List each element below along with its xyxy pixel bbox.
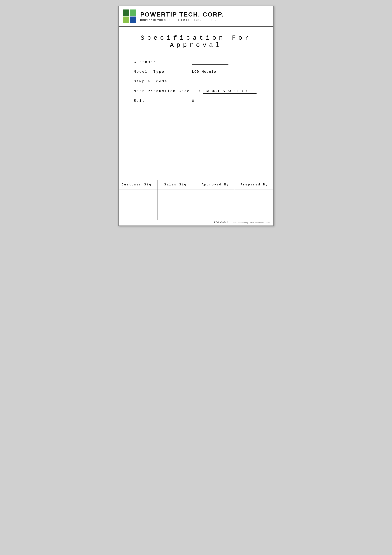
- logo-cell-2: [130, 9, 136, 16]
- mass-production-label: Mass Production Code: [134, 89, 198, 93]
- sales-sign-body: [158, 190, 196, 220]
- edit-label: Edit: [134, 99, 187, 103]
- model-type-label: Model Type: [134, 70, 187, 74]
- header: POWERTIP TECH. CORP. DISPLAY DEVICES FOR…: [119, 6, 273, 27]
- prepared-by-cell: Prepared By: [235, 180, 274, 220]
- footer-code: PT-R-003-2: [214, 221, 228, 224]
- sample-code-value: [192, 80, 246, 84]
- customer-sign-body: [119, 190, 157, 220]
- edit-value: 0: [192, 99, 203, 103]
- customer-label: Customer: [134, 60, 187, 64]
- sales-sign-header: Sales Sign: [158, 180, 196, 190]
- approved-by-header: Approved By: [196, 180, 235, 190]
- model-type-value: LCD Module: [192, 70, 230, 74]
- header-text: POWERTIP TECH. CORP. DISPLAY DEVICES FOR…: [140, 11, 224, 22]
- footer: PT-R-003-2 Free Datasheet http://www.dat…: [119, 220, 273, 226]
- customer-colon: :: [187, 60, 189, 64]
- sample-code-colon: :: [187, 80, 189, 83]
- company-tagline: DISPLAY DEVICES FOR BETTER ELECTRONIC DE…: [140, 19, 224, 22]
- customer-sign-cell: Customer Sign: [119, 180, 158, 220]
- sales-sign-cell: Sales Sign: [158, 180, 196, 220]
- edit-colon: :: [187, 99, 189, 103]
- customer-field-row: Customer :: [134, 60, 262, 65]
- company-name: POWERTIP TECH. CORP.: [140, 11, 224, 18]
- edit-field-row: Edit : 0: [134, 99, 262, 103]
- model-type-field-row: Model Type : LCD Module: [134, 70, 262, 74]
- approved-by-body: [196, 190, 235, 220]
- customer-sign-header: Customer Sign: [119, 180, 157, 190]
- sample-code-field-row: Sample Code :: [134, 80, 262, 84]
- prepared-by-header: Prepared By: [235, 180, 274, 190]
- prepared-by-body: [235, 190, 274, 220]
- signature-section: Customer Sign Sales Sign Approved By Pre…: [119, 180, 273, 220]
- logo-cell-3: [123, 16, 129, 23]
- mass-production-field-row: Mass Production Code : PC0802LRS-ASO-B-S…: [134, 89, 262, 94]
- main-content: Specification For Approval Customer : Mo…: [119, 27, 273, 180]
- fields-container: Customer : Model Type : LCD Module Sampl…: [130, 60, 262, 109]
- logo-cell-4: [130, 16, 136, 23]
- company-logo: [123, 9, 136, 23]
- logo-cell-1: [123, 9, 129, 16]
- footer-url: Free Datasheet http://www.datasheetdu.co…: [232, 222, 270, 224]
- sample-code-label: Sample Code: [134, 80, 187, 83]
- model-type-colon: :: [187, 70, 189, 74]
- mass-production-value: PC0802LRS-ASO-B-SO: [203, 89, 256, 94]
- spec-title: Specification For Approval: [130, 34, 262, 49]
- mass-production-colon: :: [198, 89, 200, 93]
- approved-by-cell: Approved By: [196, 180, 235, 220]
- document-page: POWERTIP TECH. CORP. DISPLAY DEVICES FOR…: [118, 6, 274, 226]
- customer-value: [192, 60, 228, 65]
